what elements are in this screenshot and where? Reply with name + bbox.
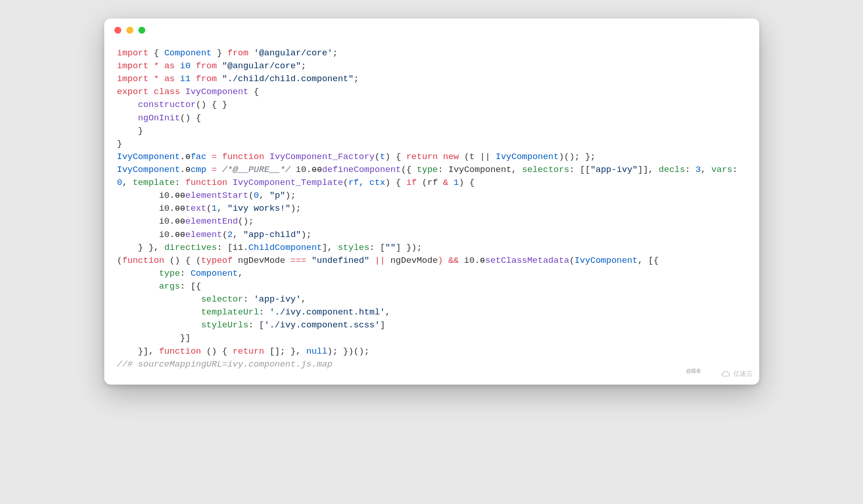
- kw-new: new: [438, 152, 459, 162]
- kw-function: function: [159, 346, 201, 356]
- arr: []; },: [264, 346, 306, 356]
- rest: , [{: [637, 255, 659, 266]
- brace: }: [117, 139, 122, 149]
- cond: (rf: [417, 178, 443, 188]
- brace: {: [154, 48, 164, 58]
- dot: .ɵ: [180, 152, 190, 162]
- val: : [[: [569, 165, 590, 175]
- prop-decls: decls: [659, 165, 685, 175]
- num-0: 0: [254, 190, 259, 201]
- pre: } },: [117, 243, 165, 253]
- end: ]],: [638, 165, 659, 175]
- string: "p": [269, 190, 285, 201]
- kw-function: function: [185, 178, 227, 188]
- watermark-text: 亿速云: [733, 370, 753, 378]
- prop-styleUrls: styleUrls: [117, 320, 249, 330]
- minimize-icon[interactable]: [126, 27, 133, 34]
- kw-function: function: [122, 255, 164, 266]
- open: ({: [401, 165, 417, 175]
- paren: (: [206, 203, 211, 213]
- kw-as: as: [164, 61, 175, 71]
- colon: : [: [249, 320, 264, 330]
- end: )(); };: [559, 152, 595, 162]
- end: ); })();: [327, 346, 369, 356]
- id-ivy: IvyComponent: [117, 152, 180, 162]
- id-ivy: IvyComponent: [496, 152, 559, 162]
- paren: (: [117, 255, 122, 266]
- eqeqeq: ===: [291, 255, 306, 266]
- prop-type: type: [417, 165, 438, 175]
- comma: ,: [232, 230, 243, 240]
- pre: i0.ɵɵ: [117, 203, 185, 213]
- ngOnInit: ngOnInit: [117, 113, 180, 123]
- paren: (: [343, 178, 348, 188]
- comma: ,: [259, 190, 269, 201]
- prop-directives: directives: [164, 243, 217, 253]
- val: : [: [369, 243, 385, 253]
- paren: (: [249, 190, 254, 201]
- fn-name: IvyComponent_Template: [227, 178, 343, 188]
- string: './ivy.component.scss': [264, 320, 380, 330]
- colon: :: [175, 178, 185, 188]
- fn-name: IvyComponent_Factory: [264, 152, 375, 162]
- comma: ,: [217, 203, 227, 213]
- close: );: [285, 190, 296, 201]
- kw-from: from: [196, 61, 217, 71]
- comma: ,: [385, 307, 390, 317]
- colon: :: [243, 294, 254, 304]
- prop-templateUrl: templateUrl: [117, 307, 259, 317]
- string: "undefined": [306, 255, 369, 266]
- prop-type: type: [117, 268, 180, 279]
- maximize-icon[interactable]: [138, 27, 145, 34]
- Component: Component: [190, 268, 238, 279]
- ChildComponent: ChildComponent: [249, 243, 322, 253]
- val: : [i1.: [217, 243, 248, 253]
- close-icon[interactable]: [114, 27, 121, 34]
- i0: i0.ɵɵ: [291, 165, 322, 175]
- colon: :: [685, 165, 696, 175]
- num-1: 1: [212, 203, 217, 213]
- num-1: 1: [453, 178, 458, 188]
- prop-template: template: [133, 178, 175, 188]
- eq: =: [206, 165, 222, 175]
- paren: ) {: [385, 152, 406, 162]
- colon: :: [180, 268, 190, 279]
- colon: :: [259, 307, 269, 317]
- string: 'app-ivy': [254, 294, 301, 304]
- defineComponent: defineComponent: [322, 165, 401, 175]
- kw-as: as: [164, 74, 175, 84]
- ngDevMode: ngDevMode: [390, 255, 438, 266]
- amp: &: [443, 178, 448, 188]
- elementEnd: elementEnd: [185, 216, 238, 226]
- num-3: 3: [696, 165, 701, 175]
- code-window: import { Component } from '@angular/core…: [104, 18, 759, 385]
- null: null: [306, 346, 327, 356]
- string: "./child/child.component": [217, 74, 353, 84]
- string: "@angular/core": [217, 61, 301, 71]
- constructor: constructor: [117, 100, 196, 110]
- kw-return: return: [406, 152, 438, 162]
- num-0: 0: [117, 178, 122, 188]
- kw-import: import: [117, 61, 149, 71]
- prop-selector: selector: [117, 294, 244, 304]
- code-block: import { Component } from '@angular/core…: [104, 37, 759, 385]
- cond: [448, 178, 453, 188]
- comma: ,: [122, 178, 133, 188]
- star: *: [149, 74, 164, 84]
- kw-function: function: [222, 152, 264, 162]
- brace: }: [117, 126, 143, 136]
- star: *: [149, 61, 164, 71]
- close: );: [301, 230, 312, 240]
- close: ();: [238, 216, 254, 226]
- kw-import: import: [117, 48, 149, 58]
- cmp: cmp: [190, 165, 206, 175]
- prop-selectors: selectors: [522, 165, 570, 175]
- brace: }]: [117, 333, 191, 343]
- rest: (t ||: [459, 152, 496, 162]
- comma: ,: [701, 165, 711, 175]
- setClassMetadata: setClassMetadata: [485, 255, 569, 266]
- prop-args: args: [117, 281, 180, 291]
- semi: ;: [301, 61, 306, 71]
- string: "ivy works!": [227, 203, 291, 213]
- paren: () { (: [164, 255, 201, 266]
